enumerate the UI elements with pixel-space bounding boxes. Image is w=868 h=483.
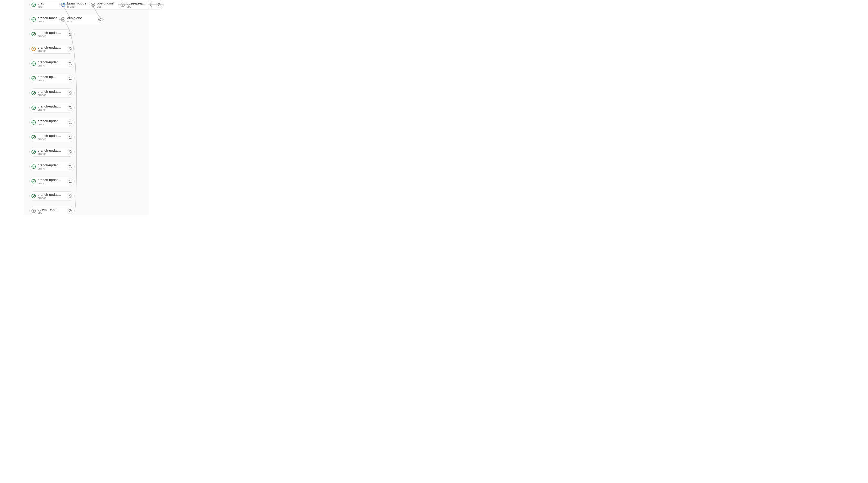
node-title: branch-updat… xyxy=(37,164,65,167)
node-labels: branch-updat…branch xyxy=(37,46,65,52)
pipeline-node[interactable]: branch-updat…branch xyxy=(29,191,74,201)
retry-button[interactable] xyxy=(67,31,73,37)
svg-point-24 xyxy=(62,19,64,21)
retry-button[interactable] xyxy=(67,134,73,140)
retry-button[interactable] xyxy=(67,149,73,155)
cancel-button[interactable] xyxy=(97,16,103,23)
left-panel xyxy=(0,0,24,215)
node-title: branch-updat… xyxy=(37,60,65,64)
retry-button[interactable] xyxy=(67,178,73,184)
pipeline-node[interactable]: branch-updat…branch xyxy=(29,88,74,98)
success-icon xyxy=(31,61,36,66)
cancel-button[interactable] xyxy=(156,2,162,8)
pipeline-node[interactable]: branch-updat…branch xyxy=(29,147,74,157)
success-icon xyxy=(31,179,36,184)
success-icon xyxy=(31,76,36,81)
retry-button[interactable] xyxy=(67,90,73,96)
node-title: branch-updat… xyxy=(37,90,65,93)
pipeline-node[interactable]: branch-updat…branch xyxy=(29,133,74,142)
success-icon xyxy=(31,32,36,36)
node-labels: branch-updat…branch xyxy=(37,105,65,111)
node-labels: branch-updat…branch xyxy=(37,178,65,185)
pipeline-node[interactable]: branch-updat…branch xyxy=(29,103,74,112)
pipeline-node[interactable]: branch-up…branch xyxy=(29,74,74,83)
node-stage: branch xyxy=(37,93,65,96)
success-icon xyxy=(31,105,36,110)
pipeline-node[interactable]: obs-cloneobs xyxy=(59,15,104,24)
svg-point-28 xyxy=(92,4,94,6)
retry-button[interactable] xyxy=(67,193,73,199)
node-labels: branch-updat…branch xyxy=(37,119,65,126)
svg-point-17 xyxy=(33,210,35,212)
success-icon xyxy=(31,120,36,125)
node-stage: branch xyxy=(37,35,65,37)
node-title: branch-updat… xyxy=(37,149,65,152)
node-stage: branch xyxy=(37,123,65,126)
node-title: branch-updat… xyxy=(37,134,65,137)
pipeline-node[interactable]: branch-updat…branch xyxy=(29,29,74,39)
svg-line-19 xyxy=(69,210,71,212)
node-title: obs-schedu… xyxy=(37,207,65,211)
node-title: branch-updat… xyxy=(37,119,65,123)
svg-point-35 xyxy=(150,3,152,7)
svg-point-32 xyxy=(122,4,124,6)
success-icon xyxy=(31,149,36,154)
retry-button[interactable] xyxy=(67,75,73,82)
retry-button[interactable] xyxy=(67,119,73,125)
pipeline-node[interactable]: branch-updat…branch xyxy=(29,59,74,68)
node-title: branch-updat… xyxy=(37,105,65,108)
success-icon xyxy=(31,164,36,169)
node-stage: branch xyxy=(37,64,65,67)
node-labels: branch-updat…branch xyxy=(37,60,65,67)
node-stage: branch xyxy=(37,182,65,185)
svg-line-26 xyxy=(99,19,101,21)
node-labels: obs-schedu…obs xyxy=(37,207,65,214)
pipeline-canvas-right xyxy=(149,0,386,215)
pipeline-node[interactable] xyxy=(148,0,152,9)
success-icon xyxy=(31,2,36,7)
svg-point-5 xyxy=(33,49,34,50)
node-labels: branch-updat…branch xyxy=(37,90,65,96)
created-icon xyxy=(61,17,66,22)
node-stage: branch xyxy=(37,152,65,155)
created-icon xyxy=(31,208,36,213)
retry-button[interactable] xyxy=(67,164,73,170)
pipeline-node[interactable]: branch-updat…branch xyxy=(29,44,74,54)
node-title: obs-clone xyxy=(67,16,95,20)
warning-icon xyxy=(31,47,36,51)
created-icon xyxy=(120,2,125,7)
node-labels: branch-updat…branch xyxy=(37,193,65,199)
pipeline-node[interactable]: obs-reprep…obs xyxy=(118,0,163,9)
node-labels: branch-updat…branch xyxy=(37,134,65,141)
cancel-button[interactable] xyxy=(67,207,73,214)
pipeline-node[interactable]: obs-schedu…obs xyxy=(29,206,74,215)
node-title: branch-updat… xyxy=(37,31,65,34)
node-title: branch-up… xyxy=(37,75,65,79)
node-labels: branch-updat…branch xyxy=(37,31,65,37)
created-icon xyxy=(150,2,152,7)
retry-button[interactable] xyxy=(67,46,73,52)
node-title: branch-updat… xyxy=(37,178,65,181)
node-stage: branch xyxy=(37,49,65,52)
pipeline-node[interactable]: branch-updat…branch xyxy=(29,118,74,127)
node-labels: branch-updat…branch xyxy=(37,164,65,170)
success-icon xyxy=(31,91,36,95)
success-icon xyxy=(31,194,36,198)
node-stage: branch xyxy=(37,197,65,199)
pipeline-node[interactable]: branch-updat…branch xyxy=(29,162,74,171)
retry-button[interactable] xyxy=(67,105,73,111)
pipeline-node[interactable]: branch-updat…branch xyxy=(29,177,74,186)
created-icon xyxy=(91,2,95,7)
node-stage: obs xyxy=(67,20,95,23)
node-stage: branch xyxy=(37,138,65,141)
node-stage: branch xyxy=(37,108,65,111)
success-icon xyxy=(31,135,36,140)
node-title: branch-updat… xyxy=(37,193,65,196)
node-labels: branch-updat…branch xyxy=(37,149,65,155)
node-stage: branch xyxy=(37,167,65,170)
running-icon xyxy=(61,2,66,7)
node-stage: branch xyxy=(37,79,65,82)
svg-line-34 xyxy=(158,4,160,6)
retry-button[interactable] xyxy=(67,60,73,67)
success-icon xyxy=(31,17,36,22)
